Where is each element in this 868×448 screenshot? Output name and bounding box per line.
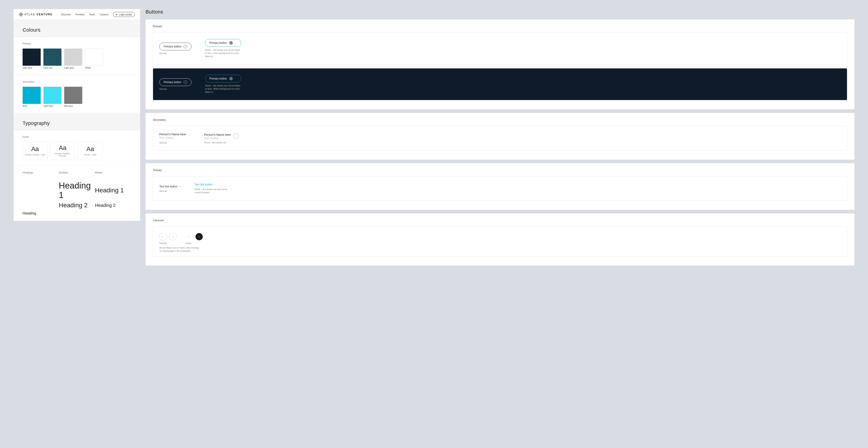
carousel-hover-buttons: ← → [186, 233, 203, 240]
swatch-white-color [85, 48, 103, 66]
primary-colours-label: Primary [23, 42, 131, 45]
nav-link-discover[interactable]: Discover [61, 13, 71, 16]
carousel-btn-row: ← → Normal ← → Hover [159, 233, 841, 245]
primary-dark-demo: Primary button + Normal Primary button →… [153, 68, 847, 100]
secondary-swatches: Blue Light blue Mid grey [23, 87, 131, 107]
right-panel: Buttons Primary Primary button + Normal … [146, 9, 855, 269]
fonts-label: Fonts [23, 136, 131, 138]
secondary-hover-label: Hover - line draws out [204, 141, 239, 144]
swatch-light-blue-label: Light blue [43, 105, 61, 107]
carousel-normal-buttons: ← → [159, 233, 177, 240]
swatch-mid-grey-label: Mid grey [64, 105, 82, 107]
swatch-light-grey-color [64, 48, 82, 66]
tertiary-normal-group: Text link button → Normal [159, 185, 181, 193]
font-name-1: Degular Display - Light [25, 153, 45, 156]
carousel-hover-label: Hover [186, 242, 203, 245]
secondary-colours-subsection: Secondary Blue Light blue Mid grey [13, 75, 140, 113]
secondary-hover-arrow: → [233, 133, 239, 139]
font-samples: Aa Degular Display - Light Aa Degular Di… [23, 142, 131, 160]
swatch-white: White [85, 48, 103, 69]
h2-desktop: Heading 2 [59, 202, 95, 209]
svg-point-1 [21, 14, 22, 15]
font-card-degular-light: Aa Degular Display - Light [23, 142, 48, 160]
swatch-blue-label: Blue [23, 105, 41, 107]
secondary-demo: Person's Name here PhD, Partner → Normal… [153, 126, 847, 150]
tertiary-normal-label: Normal [159, 190, 181, 193]
font-preview-1: Aa [31, 146, 39, 152]
primary-hover-desc-light: Hover - line draws out. Arrow fades to b… [205, 48, 241, 58]
tertiary-button-normal[interactable]: Text link button → [159, 185, 181, 188]
logo-venture: VENTURE [36, 13, 53, 16]
primary-normal-label: Normal [159, 52, 191, 55]
tertiary-hover-group: Text link button → Hover - line draws ou… [194, 183, 230, 194]
swatch-mid-grey: Mid grey [64, 87, 82, 107]
primary-button-dark-normal[interactable]: Primary button + [159, 78, 191, 86]
primary-light-demo: Primary button + Normal Primary button →… [153, 33, 847, 65]
primary-button-normal[interactable]: Primary button + [159, 43, 191, 50]
nav-link-portfolio[interactable]: Portfolio [75, 13, 84, 16]
login-button[interactable]: ● Login portal [113, 12, 135, 17]
swatch-blue-color [23, 87, 41, 104]
carousel-prev-normal[interactable]: ← [159, 233, 166, 240]
left-panel: ATLAS VENTURE Discover Portfolio Team Ca… [13, 9, 140, 221]
primary-swatches: Dark blue Dark teal Light grey White [23, 48, 131, 69]
secondary-normal-label: Normal [159, 142, 191, 144]
primary-button-hover[interactable]: Primary button → [205, 39, 241, 47]
swatch-light-grey: Light grey [64, 48, 82, 69]
nav-link-team[interactable]: Team [89, 13, 95, 16]
carousel-buttons-section: Carousel ← → Normal ← → Hover [146, 213, 855, 266]
primary-buttons-section: Primary Primary button + Normal Primary … [146, 20, 855, 109]
secondary-hover-group: Person's Name here PhD, Partner → Hover … [204, 133, 239, 144]
colours-section-header: Colours [13, 20, 140, 37]
primary-dark-hover-group: Primary button → Hover - line draws out.… [205, 75, 241, 94]
font-preview-2: Aa [59, 145, 66, 151]
secondary-section-label: Secondary [153, 118, 847, 122]
primary-colours-subsection: Primary Dark blue Dark teal Light grey W… [13, 37, 140, 74]
h1-mobile: Heading 1 [95, 187, 131, 194]
carousel-demo: ← → Normal ← → Hover Arrow draws out on … [153, 227, 847, 256]
primary-dark-normal-group: Primary button + Normal [159, 78, 191, 90]
primary-hover-group: Primary button → Hover - line draws out.… [205, 39, 241, 58]
nav-bar: ATLAS VENTURE Discover Portfolio Team Ca… [13, 9, 140, 20]
swatch-dark-teal: Dark teal [43, 48, 61, 69]
secondary-btn-row: Person's Name here PhD, Partner → Normal… [159, 133, 841, 144]
secondary-button-hover[interactable]: Person's Name here PhD, Partner → [204, 133, 239, 140]
font-preview-3: Aa [86, 146, 94, 152]
h1-desktop: Heading 1 [59, 181, 95, 200]
primary-light-btn-row: Primary button + Normal Primary button →… [159, 39, 841, 58]
desktop-label: Desktop [59, 171, 95, 174]
heading-dot-symbol: . [37, 211, 38, 215]
carousel-desc: Arrow draws out on hover (See mockup on … [159, 246, 200, 253]
tertiary-button-hover[interactable]: Text link button → [194, 183, 230, 186]
swatch-dark-teal-color [43, 48, 61, 66]
carousel-next-hover[interactable]: → [195, 233, 203, 240]
swatch-light-grey-label: Light grey [64, 67, 82, 69]
primary-normal-group: Primary button + Normal [159, 43, 191, 55]
carousel-next-normal[interactable]: → [169, 233, 177, 240]
swatch-dark-teal-label: Dark teal [43, 67, 61, 69]
font-name-2: Degular Display - Regular [52, 152, 73, 157]
tertiary-demo: Text link button → Normal Text link butt… [153, 176, 847, 201]
swatch-dark-blue: Dark blue [23, 48, 41, 69]
tertiary-hover-desc: Hover - line draws out and arrow moves f… [194, 188, 230, 194]
secondary-button-normal[interactable]: Person's Name here PhD, Partner → [159, 133, 191, 140]
carousel-prev-hover[interactable]: ← [186, 233, 193, 240]
primary-section-label: Primary [153, 25, 847, 28]
font-card-khnad: Aa Khnad - Light [78, 142, 103, 160]
typography-section: Typography [13, 113, 140, 130]
font-name-3: Khnad - Light [84, 153, 96, 156]
font-card-degular-regular: Aa Degular Display - Regular [50, 142, 75, 160]
primary-arrow-hover: → [229, 41, 233, 45]
nav-links: Discover Portfolio Team Careers ● Login … [61, 12, 135, 17]
secondary-normal-group: Person's Name here PhD, Partner → Normal [159, 133, 191, 144]
primary-button-dark-hover[interactable]: Primary button → [205, 75, 241, 82]
nav-link-careers[interactable]: Careers [100, 13, 108, 16]
primary-hover-desc-dark: Hover - line draws out. Arrow fades to b… [205, 84, 241, 94]
primary-arrow-normal: + [184, 45, 187, 48]
user-icon: ● [116, 13, 118, 16]
secondary-buttons-section: Secondary Person's Name here PhD, Partne… [146, 113, 855, 160]
secondary-hover-text: Person's Name here PhD, Partner [204, 133, 231, 140]
swatch-light-blue: Light blue [43, 87, 61, 107]
buttons-title: Buttons [146, 9, 855, 15]
logo-atlas: ATLAS [24, 13, 35, 16]
